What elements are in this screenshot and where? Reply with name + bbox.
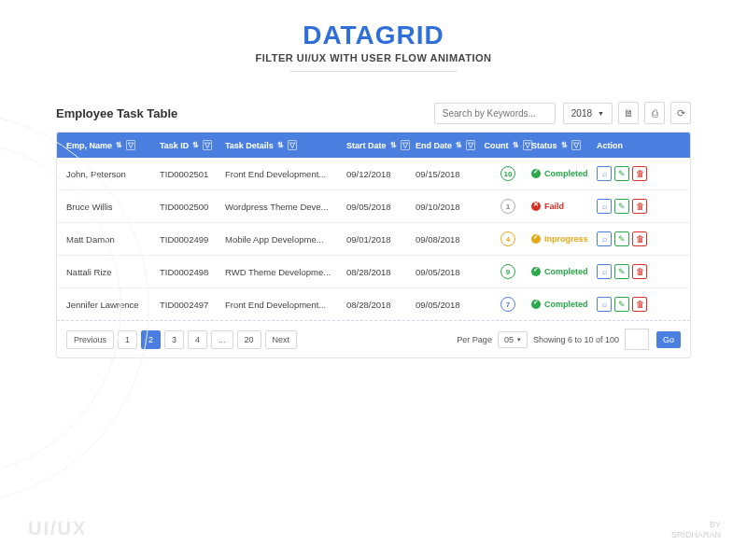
cell-details: RWD Theme Developme... (225, 267, 346, 277)
col-end-date[interactable]: End Date⇅▽ (416, 140, 485, 150)
cell-status: Faild (531, 202, 597, 211)
edit-button[interactable]: ✎ (614, 297, 629, 312)
view-button[interactable]: ⌕ (597, 264, 612, 279)
next-button[interactable]: Next (265, 330, 298, 349)
file-icon: 🗎 (624, 107, 634, 119)
delete-button[interactable]: 🗑 (632, 231, 647, 246)
cell-status: Completed (531, 267, 597, 276)
sort-icon: ⇅ (389, 141, 398, 149)
filter-icon: ▽ (126, 140, 135, 150)
sort-icon: ⇅ (191, 141, 200, 149)
export-button[interactable]: 🗎 (618, 102, 639, 124)
per-page-select[interactable]: 05▾ (498, 331, 528, 348)
filter-icon: ▽ (523, 140, 532, 150)
col-start-date[interactable]: Start Date⇅▽ (346, 140, 416, 150)
view-button[interactable]: ⌕ (597, 297, 612, 312)
status-icon (531, 169, 541, 178)
go-button[interactable]: Go (656, 331, 681, 348)
trash-icon: 🗑 (636, 267, 644, 276)
cell-actions: ⌕✎🗑 (597, 231, 658, 246)
cell-task-id: TID0002501 (160, 169, 225, 179)
sort-icon: ⇅ (455, 141, 463, 149)
trash-icon: 🗑 (636, 300, 644, 309)
cell-details: Front End Development... (225, 300, 346, 310)
col-task-id[interactable]: Task ID⇅▽ (160, 140, 225, 150)
page-4[interactable]: 4 (188, 330, 207, 349)
cell-start: 08/28/2018 (346, 267, 416, 277)
cell-actions: ⌕✎🗑 (597, 264, 658, 279)
zoom-icon: ⌕ (602, 300, 607, 309)
search-input[interactable] (434, 103, 556, 124)
cell-end: 09/05/2018 (416, 300, 485, 310)
page-subtitle: FILTER UI/UX WITH USER FLOW ANIMATION (0, 52, 747, 63)
cell-details: Wordpress Theme Deve... (225, 202, 346, 212)
cell-count: 1 (485, 199, 531, 214)
page-20[interactable]: 20 (237, 330, 261, 349)
watermark-right: BY SRIDHARAN (671, 520, 721, 541)
edit-button[interactable]: ✎ (614, 231, 629, 246)
cell-end: 09/08/2018 (416, 234, 485, 245)
edit-button[interactable]: ✎ (614, 199, 629, 214)
filter-icon: ▽ (571, 140, 581, 150)
view-button[interactable]: ⌕ (597, 166, 612, 181)
year-select[interactable]: 2018 ▼ (563, 103, 613, 124)
print-button[interactable]: ⎙ (644, 102, 665, 124)
zoom-icon: ⌕ (602, 267, 607, 276)
col-status[interactable]: Status⇅▽ (531, 140, 597, 150)
col-details[interactable]: Task Details⇅▽ (225, 140, 346, 150)
cell-start: 09/05/2018 (346, 202, 416, 212)
cell-task-id: TID0002497 (160, 300, 225, 310)
cell-details: Mobile App Developme... (225, 234, 346, 245)
cell-details: Front End Development... (225, 169, 346, 179)
data-grid: Emp, Name⇅▽ Task ID⇅▽ Task Details⇅▽ Sta… (56, 132, 691, 358)
count-badge: 10 (500, 166, 515, 181)
sort-icon: ⇅ (115, 141, 123, 149)
filter-icon: ▽ (288, 140, 297, 150)
pencil-icon: ✎ (618, 169, 626, 178)
status-icon (531, 234, 541, 244)
page-title: DATAGRID (0, 21, 747, 50)
col-action: Action (597, 140, 658, 150)
pencil-icon: ✎ (618, 267, 626, 276)
divider (289, 71, 458, 72)
cell-actions: ⌕✎🗑 (597, 297, 658, 312)
table-row: John, PetersonTID0002501Front End Develo… (57, 158, 690, 190)
delete-button[interactable]: 🗑 (632, 166, 647, 181)
cell-count: 9 (485, 264, 531, 279)
sort-icon: ⇅ (512, 141, 520, 149)
page-...[interactable]: ... (211, 330, 233, 349)
zoom-icon: ⌕ (602, 202, 607, 211)
view-button[interactable]: ⌕ (597, 231, 612, 246)
status-text: Completed (544, 267, 588, 276)
page-3[interactable]: 3 (164, 330, 184, 349)
count-badge: 9 (500, 264, 515, 279)
filter-icon: ▽ (203, 140, 212, 150)
cell-actions: ⌕✎🗑 (597, 166, 658, 181)
status-text: Faild (544, 202, 564, 211)
edit-button[interactable]: ✎ (614, 264, 629, 279)
table-footer: Previous1234...20Next Per Page 05▾ Showi… (57, 320, 690, 357)
cell-count: 10 (485, 166, 531, 181)
col-count[interactable]: Count⇅▽ (485, 140, 531, 150)
cell-status: Completed (531, 300, 597, 309)
view-button[interactable]: ⌕ (597, 199, 612, 214)
table-header: Emp, Name⇅▽ Task ID⇅▽ Task Details⇅▽ Sta… (57, 133, 690, 158)
per-page-label: Per Page (457, 335, 492, 344)
col-name[interactable]: Emp, Name⇅▽ (66, 140, 160, 150)
cell-start: 09/12/2018 (346, 169, 416, 179)
delete-button[interactable]: 🗑 (632, 199, 647, 214)
cell-status: Completed (531, 169, 597, 178)
edit-button[interactable]: ✎ (614, 166, 629, 181)
status-icon (531, 300, 541, 309)
cell-task-id: TID0002498 (160, 267, 225, 277)
trash-icon: 🗑 (636, 202, 644, 211)
delete-button[interactable]: 🗑 (632, 297, 647, 312)
page-input[interactable] (625, 329, 649, 350)
refresh-button[interactable]: ⟳ (670, 102, 691, 124)
table-row: Matt DamonTID0002499Mobile App Developme… (57, 223, 690, 256)
status-text: Completed (544, 169, 588, 178)
zoom-icon: ⌕ (602, 234, 607, 244)
showing-text: Showing 6 to 10 of 100 (533, 335, 619, 344)
status-text: Inprogress (544, 234, 588, 244)
delete-button[interactable]: 🗑 (632, 264, 647, 279)
